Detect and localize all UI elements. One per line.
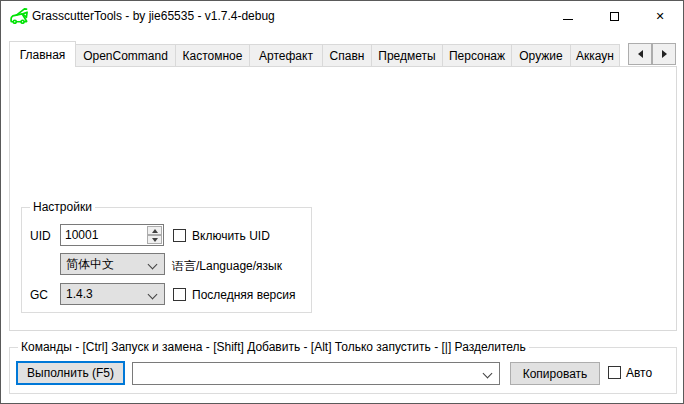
uid-spinner [147, 226, 162, 244]
minimize-icon [563, 19, 573, 20]
auto-checkbox[interactable] [608, 366, 621, 379]
tab-personazh[interactable]: Персонаж [442, 44, 512, 67]
copy-button[interactable]: Копировать [510, 362, 600, 385]
enable-uid-checkbox[interactable] [173, 229, 186, 242]
commands-groupbox: Команды - [Ctrl] Запуск и замена - [Shif… [9, 347, 677, 394]
gc-label: GC [30, 288, 48, 302]
gc-version-select[interactable]: 1.4.3 [60, 283, 165, 305]
spinner-up-icon [152, 229, 158, 233]
minimize-button[interactable] [545, 1, 591, 31]
close-button[interactable]: ✕ [637, 1, 683, 31]
close-icon: ✕ [655, 11, 664, 22]
command-combobox[interactable] [132, 362, 500, 385]
auto-label: Авто [626, 366, 652, 380]
chevron-down-icon [148, 290, 158, 300]
tab-strip: Главная OpenCommand Кастомное Артефакт С… [9, 41, 620, 67]
maximize-icon [610, 12, 619, 21]
language-hint-label: 语言/Language/язык [172, 258, 282, 275]
chevron-down-icon [483, 369, 493, 379]
window-title: GrasscutterTools - by jie65535 - v1.7.4-… [32, 9, 275, 23]
tab-scroll-right-icon [662, 50, 667, 58]
language-select[interactable]: 简体中文 [60, 253, 165, 275]
tab-oruzhie[interactable]: Оружие [511, 44, 571, 67]
tab-akkaunt[interactable]: Аккаун [570, 44, 620, 67]
settings-groupbox: Настройки UID Включить UID 简体中文 语言/Langu… [21, 207, 312, 313]
uid-input[interactable] [65, 225, 143, 245]
chevron-down-icon [148, 260, 158, 270]
tab-scroll-left-icon [638, 50, 643, 58]
language-selected-value: 简体中文 [66, 256, 114, 273]
tab-predmety[interactable]: Предметы [371, 44, 443, 67]
settings-group-title: Настройки [30, 200, 95, 214]
uid-field[interactable] [60, 224, 164, 246]
commands-group-title: Команды - [Ctrl] Запуск и замена - [Shif… [18, 340, 529, 354]
maximize-button[interactable] [591, 1, 637, 31]
latest-version-label: Последняя версия [192, 288, 295, 302]
tab-scroll-right-button[interactable] [652, 43, 676, 65]
app-logo-icon [10, 8, 28, 24]
app-window: GrasscutterTools - by jie65535 - v1.7.4-… [0, 0, 684, 404]
latest-version-checkbox[interactable] [173, 288, 186, 301]
spinner-down-icon [152, 238, 158, 242]
command-input[interactable] [137, 363, 477, 384]
title-bar: GrasscutterTools - by jie65535 - v1.7.4-… [1, 1, 683, 31]
tab-scroll-left-button[interactable] [628, 43, 652, 65]
tab-kastomnoe[interactable]: Кастомное [175, 44, 250, 67]
run-command-button[interactable]: Выполнить (F5) [16, 361, 125, 385]
spinner-up-button[interactable] [147, 226, 162, 235]
tab-opencommand[interactable]: OpenCommand [75, 44, 176, 67]
tab-spavn[interactable]: Спавн [322, 44, 372, 67]
gc-version-selected-value: 1.4.3 [66, 287, 93, 301]
enable-uid-label: Включить UID [192, 229, 270, 243]
tab-glavnaya[interactable]: Главная [9, 41, 76, 67]
tab-artefakt[interactable]: Артефакт [249, 44, 323, 67]
uid-label: UID [30, 229, 51, 243]
spinner-down-button[interactable] [147, 235, 162, 244]
